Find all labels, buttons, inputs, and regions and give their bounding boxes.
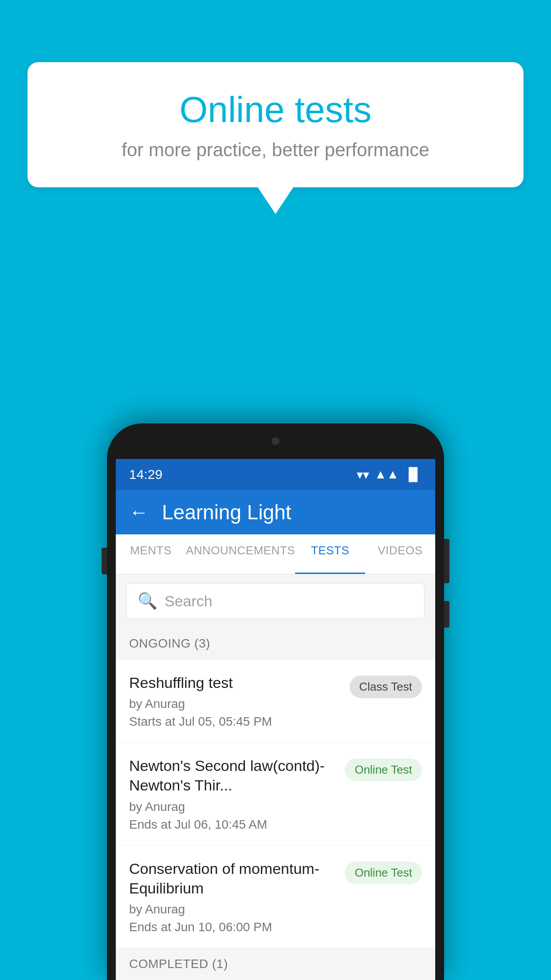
phone-screen: 14:29 ▾▾ ▲▲ ▐▌ ← Learning Light MENTS bbox=[116, 459, 435, 980]
completed-label: COMPLETED (1) bbox=[129, 957, 228, 971]
ongoing-label: ONGOING (3) bbox=[129, 636, 210, 650]
ongoing-section-header: ONGOING (3) bbox=[116, 628, 435, 660]
test-badge: Class Test bbox=[350, 676, 422, 698]
test-time: Ends at Jul 06, 10:45 AM bbox=[129, 818, 336, 832]
test-author: by Anurag bbox=[129, 697, 341, 711]
test-list: Reshuffling test by Anurag Starts at Jul… bbox=[116, 660, 435, 948]
phone-bezel bbox=[116, 432, 435, 459]
search-container: 🔍 Search bbox=[116, 574, 435, 628]
tab-tests[interactable]: TESTS bbox=[295, 534, 365, 574]
test-badge: Online Test bbox=[345, 861, 422, 884]
test-info: Newton's Second law(contd)-Newton's Thir… bbox=[129, 756, 345, 831]
test-author: by Anurag bbox=[129, 902, 336, 917]
volume-button bbox=[102, 548, 107, 574]
status-bar: 14:29 ▾▾ ▲▲ ▐▌ bbox=[116, 459, 435, 490]
test-time: Ends at Jun 10, 06:00 PM bbox=[129, 920, 336, 934]
app-title: Learning Light bbox=[162, 500, 291, 524]
phone-frame: 14:29 ▾▾ ▲▲ ▐▌ ← Learning Light MENTS bbox=[107, 423, 444, 980]
test-item[interactable]: Newton's Second law(contd)-Newton's Thir… bbox=[116, 743, 435, 845]
test-time: Starts at Jul 05, 05:45 PM bbox=[129, 715, 341, 729]
status-time: 14:29 bbox=[129, 467, 162, 482]
speech-bubble-tail bbox=[258, 187, 293, 214]
phone-wrapper: 14:29 ▾▾ ▲▲ ▐▌ ← Learning Light MENTS bbox=[107, 423, 444, 980]
power-button bbox=[444, 539, 449, 583]
test-badge: Online Test bbox=[345, 759, 422, 781]
status-icons: ▾▾ ▲▲ ▐▌ bbox=[357, 467, 422, 482]
search-icon: 🔍 bbox=[138, 592, 157, 610]
test-item[interactable]: Conservation of momentum-Equilibrium by … bbox=[116, 846, 435, 948]
phone-notch bbox=[249, 432, 302, 450]
app-header: ← Learning Light bbox=[116, 490, 435, 534]
back-button[interactable]: ← bbox=[129, 501, 149, 523]
speech-bubble: Online tests for more practice, better p… bbox=[28, 62, 523, 187]
tab-bar: MENTS ANNOUNCEMENTS TESTS VIDEOS bbox=[116, 534, 435, 574]
search-bar[interactable]: 🔍 Search bbox=[126, 583, 425, 619]
search-placeholder: Search bbox=[165, 593, 213, 610]
wifi-icon: ▾▾ bbox=[357, 467, 369, 482]
completed-section-header: COMPLETED (1) bbox=[116, 948, 435, 980]
signal-icon: ▲▲ bbox=[374, 467, 399, 482]
bubble-subtitle: for more practice, better performance bbox=[50, 139, 501, 161]
test-name: Newton's Second law(contd)-Newton's Thir… bbox=[129, 756, 336, 795]
volume-down-button bbox=[444, 601, 449, 628]
battery-icon: ▐▌ bbox=[404, 467, 422, 482]
test-item[interactable]: Reshuffling test by Anurag Starts at Jul… bbox=[116, 660, 435, 743]
test-info: Conservation of momentum-Equilibrium by … bbox=[129, 859, 345, 934]
tab-assignments[interactable]: MENTS bbox=[116, 534, 186, 574]
bubble-title: Online tests bbox=[50, 89, 501, 130]
phone-container: 14:29 ▾▾ ▲▲ ▐▌ ← Learning Light MENTS bbox=[107, 423, 444, 980]
speech-bubble-section: Online tests for more practice, better p… bbox=[28, 62, 523, 214]
test-info: Reshuffling test by Anurag Starts at Jul… bbox=[129, 673, 350, 729]
test-name: Conservation of momentum-Equilibrium bbox=[129, 859, 336, 898]
test-name: Reshuffling test bbox=[129, 673, 341, 692]
tab-announcements[interactable]: ANNOUNCEMENTS bbox=[186, 534, 295, 574]
camera bbox=[272, 437, 279, 445]
tab-videos[interactable]: VIDEOS bbox=[365, 534, 435, 574]
test-author: by Anurag bbox=[129, 800, 336, 814]
